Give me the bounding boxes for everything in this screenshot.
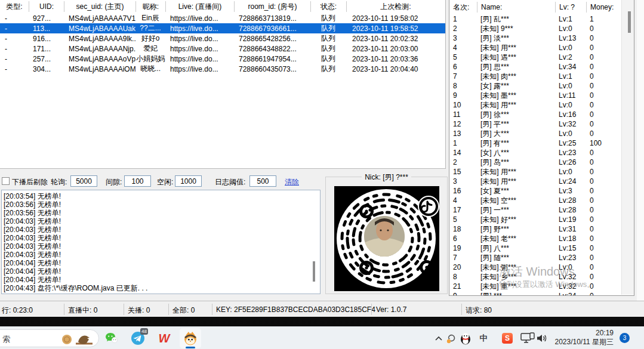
streams-table: 类型: UID: sec_uid: (主页) 昵称: Live: (直播间) r… [0, 0, 446, 169]
rank-header: 名次: Name: Lv: ? Money: [449, 0, 634, 14]
rank-row[interactable]: 15 [未知] 用*** Lv:0 0 [449, 167, 621, 177]
phone-link-monitor-icon[interactable] [520, 331, 535, 345]
taskbar-search[interactable]: 索 [0, 329, 99, 347]
table-row[interactable]: - 927... MS4wLjABAAAA7V1... Ein辰 https:/… [0, 13, 445, 23]
wps-icon[interactable]: W [153, 330, 175, 347]
rank-row[interactable]: 2 [男] 岛*** Lv:26 0 [449, 157, 621, 167]
rank-rows: 1 [男] 乱*** Lv:1 1 2 [未知] 9*** Lv:0 0 3 [449, 14, 621, 295]
poll-input[interactable] [70, 175, 97, 187]
cell-money: 0 [586, 177, 619, 186]
rank-row[interactable]: 21 [未知] 重*** Lv:32 0 [449, 282, 621, 291]
cell-rank: 6 [449, 234, 477, 243]
status-ended: 关播: 0 [128, 305, 150, 316]
cell-lv: Lv:32 [555, 273, 586, 281]
table-row[interactable]: - 916... MS4wLjABAAAA9lk... 好好o https://… [0, 33, 445, 44]
col-last-check: 上次检测: [346, 1, 445, 12]
rank-row[interactable]: 18 [男] 野*** Lv:31 0 [449, 224, 621, 234]
cell-lv: Lv:32 [555, 120, 586, 128]
rank-row[interactable]: 7 [男] 随*** Lv:23 0 [449, 253, 621, 262]
col-live: Live: (直播间) [165, 1, 234, 12]
wechat-icon[interactable] [101, 330, 122, 347]
rank-row[interactable]: 3 [未知] 用*** Lv:24 0 [449, 177, 621, 186]
rank-row[interactable]: 16 [女] 夏*** Lv:3 0 [449, 186, 621, 196]
col-rank: 名次: [449, 2, 477, 13]
cell-live-url: https://live.do... [165, 35, 234, 43]
remove-after-end-checkbox[interactable] [2, 177, 10, 185]
rank-row[interactable]: 11 [男] 徐*** Lv:16 0 [449, 110, 621, 119]
rank-row[interactable]: 1 [男] 有*** Lv:25 100 [449, 138, 621, 148]
volume-icon[interactable] [535, 331, 549, 345]
cell-name: [未知] 遇*** [477, 52, 555, 63]
cell-rank: 19 [449, 244, 477, 252]
live-monitor-app-icon[interactable] [180, 330, 201, 347]
rank-row[interactable]: 17 [男] 一*** Lv:28 0 [449, 205, 621, 215]
rank-row[interactable]: 5 [未知] 好*** Lv:19 0 [449, 215, 621, 224]
rank-row[interactable]: 7 [未知] 肉*** Lv:1 0 [449, 72, 621, 81]
rank-row[interactable]: 2 [未知] 9*** Lv:0 0 [449, 24, 621, 33]
clear-log-link[interactable]: 清除 [285, 177, 299, 187]
rank-row[interactable]: 6 [男] 思*** Lv:34 0 [449, 62, 621, 72]
cell-lv: Lv:23 [555, 149, 586, 157]
cell-nick: 小娟妈妈 [135, 54, 165, 64]
cell-name: [未知] 用*** [477, 100, 555, 110]
table-row[interactable]: - 113... MS4wLjABAAAAUak... ??二... https… [0, 23, 445, 33]
table-row[interactable]: - 171... MS4wLjABAAAANjp... 爱妃 https://l… [0, 44, 445, 54]
clock-time: 20:19 [554, 329, 614, 338]
cell-lv: Lv:1 [555, 72, 586, 81]
notification-count-badge[interactable]: 3 [620, 333, 630, 343]
update-tray-icon[interactable] [444, 331, 458, 345]
cell-money: 0 [586, 129, 619, 138]
rank-row[interactable]: 4 [未知] 空*** Lv:28 0 [449, 196, 621, 205]
rank-row[interactable]: 20 [未知] 粥*** Lv:0 0 [449, 262, 621, 272]
cell-rank: 12 [449, 120, 477, 128]
active-app-indicator [186, 347, 195, 348]
cell-rank: 20 [449, 263, 477, 271]
log-threshold-input[interactable] [249, 175, 276, 187]
cell-name: [未知] 墨*** [477, 91, 555, 101]
cell-rank: 21 [449, 282, 477, 291]
cell-lv: Lv:31 [555, 225, 586, 233]
taskbar-clock[interactable]: 20:19 2023/10/11 星期三 [554, 329, 614, 347]
rank-row[interactable]: 10 [未知] 用*** Lv:0 0 [449, 100, 621, 110]
rank-scrollbar[interactable] [621, 0, 634, 295]
cell-money: 0 [586, 120, 619, 128]
cell-rank: 15 [449, 168, 477, 176]
qq-tray-icon[interactable] [458, 331, 473, 345]
rank-row[interactable]: 6 [未知] 老*** Lv:18 0 [449, 234, 621, 243]
cell-live-url: https://live.do... [165, 14, 234, 23]
log-scrollbar-thumb[interactable] [313, 261, 315, 282]
rank-row[interactable]: 5 [未知] 遇*** Lv:2 0 [449, 52, 621, 62]
rank-row[interactable]: 13 [男] 大*** Lv:0 0 [449, 129, 621, 138]
cell-lv: Lv:0 [555, 24, 586, 33]
window-edge [637, 0, 644, 317]
status-separator [461, 304, 462, 315]
telegram-icon[interactable]: 48 [127, 330, 149, 347]
status-key: KEY: 2F5E289F1B837BCECDABA03D3C185CF4 [216, 305, 375, 314]
cell-lv: Lv:28 [555, 206, 586, 214]
cell-lv: Lv:3 [555, 187, 586, 195]
rank-row[interactable]: 19 [男] 八*** Lv:15 0 [449, 243, 621, 253]
ime-chinese-icon[interactable]: 中 [476, 331, 491, 345]
table-row[interactable]: - 304... MS4wLjABAAAAiOM... 晓晓... https:… [0, 64, 445, 74]
rank-scrollbar-thumb[interactable] [628, 11, 631, 33]
cell-uid: 304... [29, 65, 64, 73]
rank-row[interactable]: 8 [女] 露*** Lv:0 0 [449, 81, 621, 91]
status-separator [124, 304, 124, 315]
status-bar: 行: 0:23:0 直播中: 0 关播: 0 全部: 0 KEY: 2F5E28… [0, 301, 644, 317]
cell-name: [未知] 9*** [477, 24, 555, 34]
cell-last-check: 2023-10-11 20:03:36 [346, 55, 445, 63]
cell-lv: Lv:0 [555, 82, 586, 90]
rank-row[interactable]: 3 [男] 淡*** Lv:13 0 [449, 33, 621, 43]
rank-row[interactable]: 12 [男] 平*** Lv:32 0 [449, 119, 621, 129]
rank-row[interactable]: 9 [男] *** Lv:34 0 [449, 291, 621, 295]
rank-row[interactable]: 1 [男] 乱*** Lv:1 1 [449, 14, 621, 24]
sogou-tray-icon[interactable]: S [500, 331, 514, 345]
gap-input[interactable] [124, 175, 151, 187]
rank-row[interactable]: 9 [未知] 墨*** Lv:11 0 [449, 91, 621, 100]
idle-input[interactable] [175, 175, 202, 187]
rank-row[interactable]: 8 [未知] 乡*** Lv:32 0 [449, 272, 621, 282]
table-row[interactable]: - 257... MS4wLjABAAAAoVp... 小娟妈妈 https:/… [0, 54, 445, 64]
rank-row[interactable]: 4 [未知] 用*** Lv:0 0 [449, 43, 621, 52]
rank-row[interactable]: 14 [女] 八*** Lv:23 0 [449, 148, 621, 157]
cell-money: 0 [586, 158, 619, 166]
